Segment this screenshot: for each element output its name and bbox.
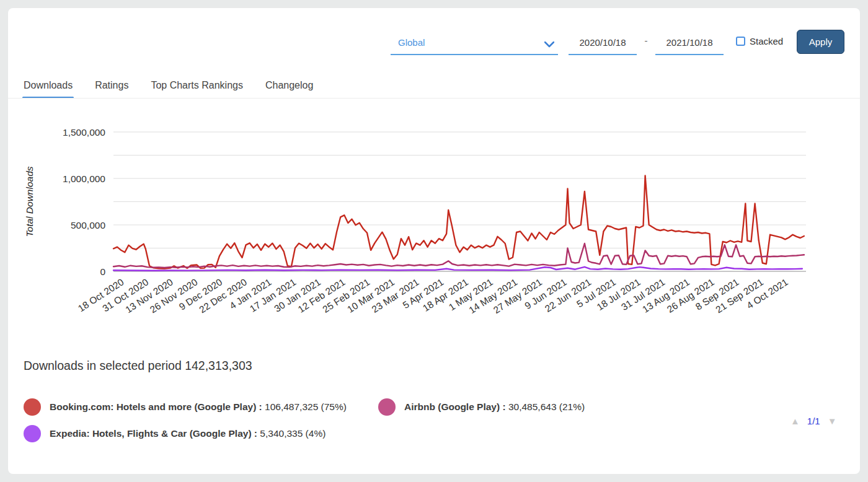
tab-downloads[interactable]: Downloads [24, 80, 73, 99]
main-panel: Global 2020/10/18 - 2021/10/18 Stacked A… [8, 8, 860, 474]
date-to-input[interactable]: 2021/10/18 [655, 30, 724, 55]
chevron-down-icon[interactable] [544, 39, 554, 50]
series-line-booking-com-hotels-and-more-google-play [113, 176, 804, 269]
downloads-chart[interactable]: 0500,0001,000,0001,500,000Total Download… [8, 105, 860, 347]
period-summary-label: Downloads in selected period [24, 359, 182, 372]
tab-bar: Downloads Ratings Top Charts Rankings Ch… [8, 80, 860, 99]
series-line-expedia-hotels-flights-car-google-play [113, 267, 802, 271]
legend-swatch-expedia [24, 425, 41, 442]
country-select[interactable]: Global [391, 30, 558, 55]
stacked-toggle[interactable]: Stacked [736, 36, 783, 46]
legend-swatch-airbnb [378, 398, 396, 416]
y-tick-label: 1,000,000 [63, 173, 105, 184]
legend-pagination: ▲ 1/1 ▼ [790, 416, 837, 426]
tab-top-charts-rankings[interactable]: Top Charts Rankings [151, 80, 243, 99]
downloads-chart-svg[interactable]: 0500,0001,000,0001,500,000Total Download… [8, 105, 860, 347]
y-tick-label: 500,000 [71, 220, 105, 230]
tabs-divider [8, 98, 860, 99]
date-from-value: 2020/10/18 [579, 37, 626, 48]
legend-item-expedia: Expedia: Hotels, Flights & Car (Google P… [24, 425, 326, 442]
date-range-separator: - [639, 35, 653, 46]
page-up-icon[interactable]: ▲ [790, 416, 800, 426]
legend-swatch-booking [24, 398, 41, 416]
legend-text: Airbnb (Google Play) : 30,485,643 (21%) [404, 401, 585, 413]
legend-text: Booking.com: Hotels and more (Google Pla… [50, 401, 347, 413]
page-indicator: 1/1 [807, 416, 820, 426]
controls-bar: Global 2020/10/18 - 2021/10/18 Stacked A… [8, 8, 860, 70]
tab-ratings[interactable]: Ratings [95, 80, 128, 99]
page-down-icon[interactable]: ▼ [828, 416, 837, 426]
tab-changelog[interactable]: Changelog [265, 80, 313, 99]
legend-text: Expedia: Hotels, Flights & Car (Google P… [50, 428, 326, 439]
stacked-label[interactable]: Stacked [750, 36, 783, 46]
date-from-input[interactable]: 2020/10/18 [569, 30, 637, 55]
legend-item-booking: Booking.com: Hotels and more (Google Pla… [24, 398, 347, 416]
y-axis-title: Total Downloads [24, 166, 35, 237]
country-select-value: Global [398, 37, 425, 48]
period-summary-value: 142,313,303 [185, 359, 252, 372]
legend-item-airbnb: Airbnb (Google Play) : 30,485,643 (21%) [378, 398, 585, 416]
y-tick-label: 1,500,000 [63, 127, 105, 138]
date-to-value: 2021/10/18 [666, 37, 712, 48]
apply-button[interactable]: Apply [797, 30, 844, 54]
stacked-checkbox[interactable] [736, 37, 745, 46]
y-tick-label: 0 [100, 266, 105, 277]
period-summary: Downloads in selected period 142,313,303 [24, 359, 252, 373]
